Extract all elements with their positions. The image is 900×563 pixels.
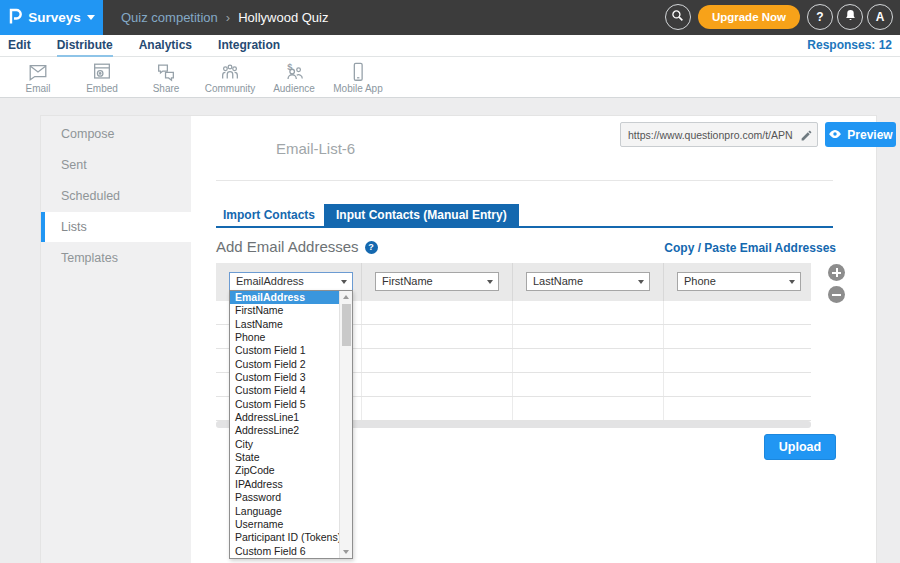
dropdown-scrollbar[interactable] [339, 291, 352, 558]
tool-share[interactable]: Share [134, 59, 198, 94]
tool-mobile-app[interactable]: Mobile App [326, 59, 390, 94]
email-sidebar: Compose Sent Scheduled Lists Templates [41, 116, 191, 563]
column-select-last-name[interactable]: LastName [526, 272, 650, 291]
entry-cell[interactable] [512, 397, 663, 420]
tool-label: Embed [70, 83, 134, 94]
notifications-button[interactable] [837, 4, 863, 30]
nav-item-edit[interactable]: Edit [8, 35, 31, 57]
audience-icon: $ [283, 61, 305, 83]
dropdown-option[interactable]: AddressLine2 [230, 424, 339, 437]
tool-label: Audience [262, 83, 326, 94]
entry-cell[interactable] [512, 325, 663, 348]
sidebar-item-sent[interactable]: Sent [41, 150, 191, 180]
dropdown-option[interactable]: LastName [230, 318, 339, 331]
divider [216, 180, 833, 181]
embed-icon [91, 61, 113, 83]
preview-button[interactable]: Preview [825, 122, 896, 147]
dropdown-option[interactable]: Language [230, 505, 339, 518]
dropdown-option[interactable]: Custom Field 1 [230, 344, 339, 357]
dropdown-option[interactable]: Password [230, 491, 339, 504]
edit-url-pencil-icon[interactable] [800, 128, 813, 146]
entry-cell[interactable] [512, 349, 663, 372]
dropdown-option[interactable]: Custom Field 4 [230, 384, 339, 397]
survey-nav: Edit Distribute Analytics Integration Re… [0, 35, 900, 57]
scrollbar-thumb[interactable] [342, 304, 351, 346]
distribute-toolbar: Email Embed Share Community $ Audience M… [0, 57, 900, 98]
list-detail-content: Email-List-6 Import Contacts Input Conta… [191, 116, 878, 563]
scroll-down-arrow-icon[interactable] [340, 546, 352, 558]
help-icon[interactable]: ? [365, 241, 378, 254]
entry-cell[interactable] [663, 349, 811, 372]
select-caret-icon [789, 280, 795, 284]
entry-cell[interactable] [512, 373, 663, 396]
entry-cell[interactable] [361, 325, 512, 348]
dropdown-option[interactable]: City [230, 438, 339, 451]
dropdown-option[interactable]: Custom Field 3 [230, 371, 339, 384]
entry-cell[interactable] [663, 301, 811, 324]
upgrade-now-button[interactable]: Upgrade Now [698, 5, 800, 29]
upload-button[interactable]: Upload [764, 434, 836, 460]
email-list-title: Email-List-6 [276, 140, 355, 157]
account-avatar[interactable]: A [867, 4, 893, 30]
dropdown-option[interactable]: Username [230, 518, 339, 531]
dropdown-option[interactable]: Custom Field 5 [230, 398, 339, 411]
surveys-menu-button[interactable]: Surveys [0, 0, 103, 35]
question-mark-icon: ? [816, 10, 823, 24]
dropdown-option[interactable]: FirstName [230, 304, 339, 317]
sidebar-item-compose[interactable]: Compose [41, 119, 191, 149]
questionpro-logo-icon [8, 8, 22, 27]
survey-url-field[interactable] [620, 122, 818, 147]
sidebar-item-lists[interactable]: Lists [41, 212, 191, 242]
select-caret-icon [487, 280, 493, 284]
field-dropdown-list: EmailAddress FirstName LastName Phone Cu… [229, 290, 353, 559]
entry-cell[interactable] [361, 397, 512, 420]
column-select-email-address[interactable]: EmailAddress [229, 272, 353, 291]
breadcrumb-survey-folder[interactable]: Quiz competition [121, 10, 218, 25]
dropdown-option-selected[interactable]: EmailAddress [230, 291, 339, 304]
dropdown-option[interactable]: Participant ID (Tokens) [230, 531, 339, 544]
entry-cell[interactable] [361, 373, 512, 396]
entry-cell[interactable] [512, 301, 663, 324]
help-button[interactable]: ? [807, 4, 833, 30]
entry-cell[interactable] [361, 349, 512, 372]
scroll-up-arrow-icon[interactable] [340, 291, 352, 303]
copy-paste-email-addresses-link[interactable]: Copy / Paste Email Addresses [664, 241, 836, 255]
tool-embed[interactable]: Embed [70, 59, 134, 94]
tab-import-contacts[interactable]: Import Contacts [216, 204, 324, 226]
select-caret-icon [638, 280, 644, 284]
dropdown-option[interactable]: ZipCode [230, 464, 339, 477]
entry-cell[interactable] [663, 373, 811, 396]
dropdown-option[interactable]: IPAddress [230, 478, 339, 491]
dropdown-option[interactable]: State [230, 451, 339, 464]
column-select-first-name[interactable]: FirstName [375, 272, 499, 291]
dropdown-option[interactable]: AddressLine1 [230, 411, 339, 424]
tool-community[interactable]: Community [198, 59, 262, 94]
nav-item-analytics[interactable]: Analytics [139, 35, 192, 57]
tool-audience[interactable]: $ Audience [262, 59, 326, 94]
add-row-button[interactable] [828, 264, 845, 281]
mobile-app-icon [347, 61, 369, 83]
eye-icon [828, 128, 842, 142]
tab-input-contacts-manual-entry[interactable]: Input Contacts (Manual Entry) [324, 204, 519, 226]
entry-cell[interactable] [663, 325, 811, 348]
remove-row-button[interactable] [828, 286, 845, 303]
header-actions: Upgrade Now ? A [665, 4, 893, 30]
sidebar-item-scheduled[interactable]: Scheduled [41, 181, 191, 211]
entry-cell[interactable] [663, 397, 811, 420]
contacts-tabs: Import Contacts Input Contacts (Manual E… [216, 204, 519, 226]
dropdown-option[interactable]: Custom Field 2 [230, 358, 339, 371]
sidebar-item-templates[interactable]: Templates [41, 243, 191, 273]
search-button[interactable] [665, 4, 691, 30]
dropdown-option[interactable]: Custom Field 6 [230, 545, 339, 558]
nav-item-integration[interactable]: Integration [218, 35, 280, 57]
search-icon [671, 9, 684, 25]
entry-cell[interactable] [361, 301, 512, 324]
nav-item-distribute[interactable]: Distribute [57, 35, 113, 57]
column-select-phone[interactable]: Phone [677, 272, 801, 291]
community-icon [219, 61, 241, 83]
survey-url-input[interactable] [621, 123, 797, 146]
email-icon [27, 61, 49, 83]
tool-email[interactable]: Email [6, 59, 70, 94]
responses-count-link[interactable]: Responses: 12 [807, 35, 892, 56]
dropdown-option[interactable]: Phone [230, 331, 339, 344]
